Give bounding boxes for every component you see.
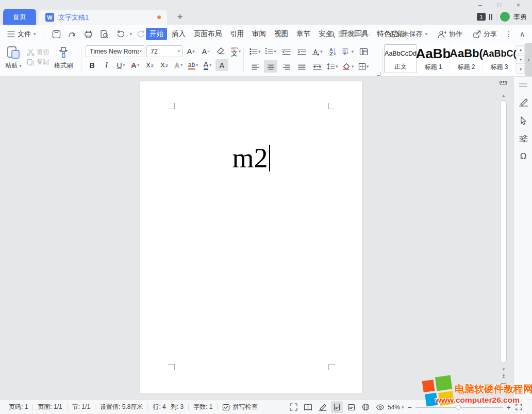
share-button[interactable]: 分享 (469, 29, 501, 39)
shading-button[interactable]: ▾ (341, 60, 355, 73)
status-pages[interactable]: 页面: 1/1 (33, 403, 66, 411)
more-options-button[interactable]: ⋮ (503, 30, 514, 38)
file-menu-button[interactable]: 文件 ▾ (7, 29, 36, 39)
increase-font-button[interactable]: A+ (185, 45, 197, 57)
decrease-font-button[interactable]: A− (200, 45, 212, 57)
tab-view[interactable]: 视图 (271, 28, 292, 40)
fullscreen-button[interactable] (288, 401, 300, 413)
select-cursor-button[interactable] (514, 116, 532, 125)
collaborate-button[interactable]: 协作 (434, 29, 467, 39)
text-direction-button[interactable]: ▾ (310, 45, 324, 58)
adjust-settings-button[interactable] (514, 135, 532, 143)
zoom-in-button[interactable]: + (507, 403, 511, 411)
scrollbar-thumb[interactable] (500, 100, 507, 363)
bold-button[interactable]: B (86, 59, 98, 71)
pages-icon[interactable]: ❐❐ (516, 384, 526, 390)
print-button[interactable] (82, 28, 95, 40)
highlight-button[interactable]: ab▾ (187, 59, 200, 71)
document-tab[interactable]: W 文字文稿1 (39, 10, 167, 25)
styles-more-button[interactable]: ▾ (517, 65, 525, 74)
save-status-button[interactable]: 未保存 ▾ (386, 29, 431, 39)
paragraph-layout-button[interactable]: ▾ (341, 45, 355, 58)
increase-indent-button[interactable] (295, 45, 308, 58)
document-text-line[interactable]: m2 (140, 142, 362, 174)
notification-badge[interactable]: 1 (477, 13, 486, 21)
font-size-select[interactable]: 72 ▾ (146, 45, 182, 57)
style-heading3[interactable]: AaBbC( 标题 3 (483, 44, 516, 73)
document-page[interactable]: m2 (140, 81, 362, 393)
save-button[interactable] (50, 28, 63, 40)
page-view-button[interactable] (331, 401, 343, 413)
style-heading1[interactable]: AaBb 标题 1 (417, 44, 450, 73)
status-page-number[interactable]: 页码: 1 (4, 403, 32, 411)
superscript-button[interactable]: X2 (143, 59, 156, 71)
style-heading2[interactable]: AaBb( 标题 2 (450, 44, 483, 73)
decrease-indent-button[interactable] (279, 45, 293, 58)
status-setting-value[interactable]: 设置值: 5.8厘米 (95, 403, 147, 411)
minimize-button[interactable]: – (471, 0, 490, 10)
align-right-button[interactable] (279, 60, 293, 73)
subscript-button[interactable]: X2 (158, 59, 171, 71)
tab-page-layout[interactable]: 页面布局 (190, 28, 225, 40)
status-section[interactable]: 节: 1/1 (68, 403, 95, 411)
font-color-button[interactable]: A▾ (201, 59, 214, 71)
distribute-button[interactable] (310, 60, 324, 73)
char-shading-button[interactable]: A (215, 59, 228, 71)
format-painter-button[interactable] (57, 45, 70, 60)
style-normal[interactable]: AaBbCcDd 正文 (384, 44, 417, 73)
avatar[interactable] (500, 12, 510, 22)
export-button[interactable] (66, 28, 79, 40)
fit-page-button[interactable] (514, 401, 524, 413)
undo-options-caret[interactable]: ▾ (130, 31, 132, 37)
vertical-scrollbar[interactable]: ▴ ▾ ▴▴ (499, 77, 508, 400)
text-effects-button[interactable]: A▾ (172, 59, 185, 71)
tab-review[interactable]: 审阅 (248, 28, 270, 40)
symbol-omega-button[interactable]: Ω (514, 151, 532, 162)
scroll-down-button[interactable]: ▾ (499, 367, 508, 372)
bullet-list-button[interactable]: ▾ (248, 45, 262, 58)
ink-button[interactable] (317, 401, 328, 413)
eye-protection-button[interactable] (374, 401, 386, 413)
zoom-slider-handle[interactable] (456, 405, 461, 410)
user-name[interactable]: 李勇 (513, 12, 527, 22)
underline-button[interactable]: U▾ (114, 59, 127, 71)
home-tab[interactable]: 首页 (3, 9, 36, 25)
zoom-out-button[interactable]: − (408, 403, 412, 411)
print-preview-button[interactable] (98, 28, 111, 40)
tab-section[interactable]: 章节 (293, 28, 314, 40)
document-area[interactable]: m2 ▴ ▾ ▴▴ Ω ❐❐ (0, 77, 532, 400)
italic-button[interactable]: I (100, 59, 113, 71)
numbered-list-button[interactable]: ▾ (264, 45, 277, 58)
web-layout-button[interactable] (360, 401, 372, 413)
clear-format-button[interactable] (214, 45, 227, 57)
ruler-toggle-icon[interactable] (500, 80, 507, 85)
find-command-box[interactable]: 查找命令... (328, 29, 371, 39)
edit-pen-button[interactable] (514, 98, 532, 107)
ribbon-expand-button[interactable]: › (525, 43, 532, 76)
paste-label[interactable]: 粘贴 ▾ (5, 61, 22, 70)
line-spacing-button[interactable]: ▾ (326, 60, 339, 73)
zoom-level[interactable]: 54%▾ (388, 404, 404, 411)
pinyin-guide-button[interactable]: wén文 ▾ (229, 45, 242, 57)
format-painter-label[interactable]: 格式刷 (54, 61, 73, 70)
tab-insert[interactable]: 插入 (168, 28, 189, 40)
outline-view-button[interactable] (345, 401, 357, 413)
strikethrough-button[interactable]: A▾ (129, 59, 142, 71)
spell-check-button[interactable]: 拼写检查 (218, 403, 262, 411)
status-word-count[interactable]: 字数: 1 (189, 403, 217, 411)
justify-button[interactable] (295, 60, 308, 73)
close-button[interactable]: × (509, 0, 528, 10)
copy-button[interactable]: 复制 (27, 58, 49, 66)
tab-references[interactable]: 引用 (226, 28, 247, 40)
maximize-button[interactable]: □ (490, 0, 509, 10)
previous-page-button[interactable]: ▴▴ (499, 374, 508, 378)
paragraph-dialog-launcher[interactable] (377, 72, 380, 76)
new-tab-button[interactable]: + (173, 10, 187, 24)
scroll-up-button[interactable]: ▴ (499, 93, 508, 98)
undo-button[interactable] (114, 28, 127, 40)
sort-button[interactable] (326, 45, 339, 58)
align-left-button[interactable] (248, 60, 262, 73)
tab-home[interactable]: 开始 (146, 28, 167, 40)
font-family-select[interactable]: Times New Roman ▾ (86, 45, 144, 57)
styles-scroll-up-button[interactable]: ▴ (517, 45, 525, 54)
